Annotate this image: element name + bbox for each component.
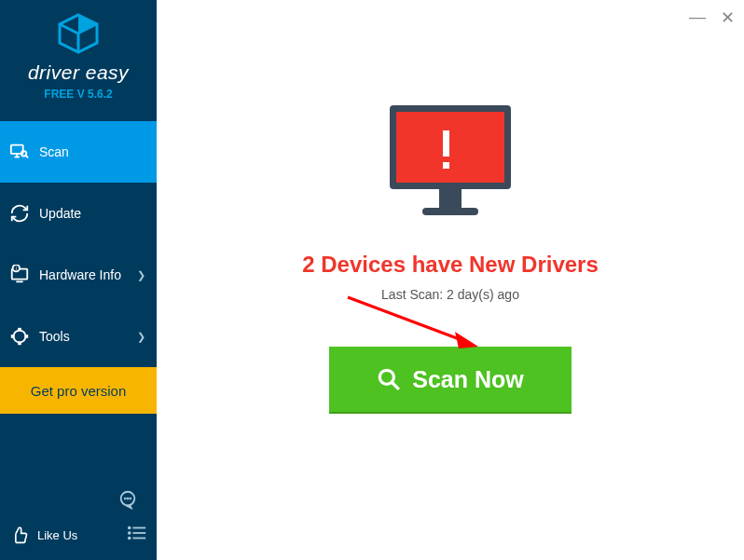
svg-point-21 <box>128 499 129 499</box>
hardware-info-icon: i <box>9 265 30 285</box>
like-us-button[interactable]: Like Us <box>9 525 77 545</box>
sidebar-item-label: Tools <box>39 329 70 344</box>
window-controls: — ✕ <box>688 7 737 28</box>
svg-point-23 <box>129 527 131 529</box>
chevron-right-icon: ❯ <box>137 269 145 281</box>
thumbs-up-icon <box>9 525 30 545</box>
monitor-search-icon <box>9 142 30 162</box>
svg-marker-38 <box>455 332 478 348</box>
svg-rect-32 <box>443 162 449 169</box>
svg-point-35 <box>380 370 394 384</box>
svg-point-25 <box>129 532 131 534</box>
close-icon[interactable]: ✕ <box>718 7 737 28</box>
scan-button-label: Scan Now <box>412 366 523 393</box>
search-icon <box>377 367 401 391</box>
version-text: FREE V 5.6.2 <box>0 88 157 101</box>
svg-line-4 <box>60 24 78 34</box>
svg-line-9 <box>26 156 28 157</box>
svg-rect-17 <box>11 335 15 338</box>
svg-rect-34 <box>422 208 478 215</box>
sidebar-item-scan[interactable]: Scan <box>0 121 157 183</box>
svg-point-8 <box>21 151 27 157</box>
menu-list-icon[interactable] <box>127 525 147 545</box>
sidebar: driver easy FREE V 5.6.2 Scan Update <box>0 0 157 560</box>
status-headline: 2 Devices have New Drivers <box>157 252 744 278</box>
svg-rect-33 <box>439 189 462 208</box>
alert-monitor-icon <box>380 101 520 225</box>
brand-text: driver easy <box>0 61 157 84</box>
sidebar-item-label: Update <box>39 206 81 221</box>
like-us-label: Like Us <box>37 528 77 542</box>
app-logo-icon <box>56 13 101 58</box>
sidebar-item-tools[interactable]: Tools ❯ <box>0 306 157 367</box>
get-pro-button[interactable]: Get pro version <box>0 367 157 414</box>
sidebar-item-hardware-info[interactable]: i Hardware Info ❯ <box>0 244 157 306</box>
sidebar-item-label: Scan <box>39 144 69 159</box>
svg-text:i: i <box>16 266 17 271</box>
sidebar-nav: Scan Update i Hardware Info ❯ <box>0 121 157 367</box>
tools-icon <box>9 326 30 347</box>
logo-area: driver easy FREE V 5.6.2 <box>0 0 157 110</box>
minimize-icon[interactable]: — <box>688 7 707 28</box>
svg-point-22 <box>130 499 131 499</box>
sidebar-bottom: Like Us <box>0 474 157 560</box>
svg-rect-18 <box>25 335 29 338</box>
svg-line-37 <box>348 297 464 341</box>
svg-rect-15 <box>18 328 21 332</box>
sidebar-item-update[interactable]: Update <box>0 183 157 244</box>
annotation-arrow-icon <box>343 293 483 362</box>
main-content: — ✕ 2 Devices have New Drivers Last Scan… <box>157 0 744 560</box>
svg-point-27 <box>129 538 131 540</box>
feedback-icon[interactable] <box>117 489 138 513</box>
chevron-right-icon: ❯ <box>137 331 145 343</box>
svg-line-36 <box>393 382 400 389</box>
svg-point-14 <box>14 331 26 343</box>
refresh-icon <box>9 203 30 224</box>
svg-rect-30 <box>396 112 504 183</box>
sidebar-item-label: Hardware Info <box>39 267 121 282</box>
svg-rect-31 <box>443 130 449 157</box>
svg-marker-1 <box>78 15 97 34</box>
svg-point-20 <box>125 499 126 499</box>
svg-rect-16 <box>18 342 21 346</box>
pro-button-label: Get pro version <box>31 383 127 399</box>
